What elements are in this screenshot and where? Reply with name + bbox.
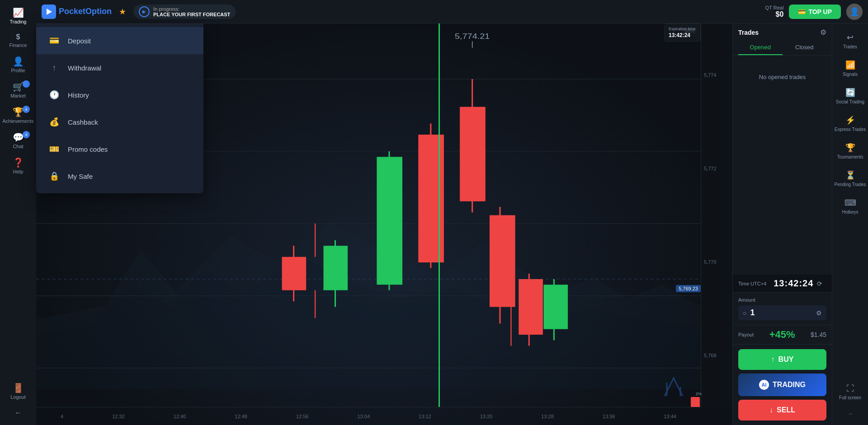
trading-right-panel: Trades ⚙ Opened Closed No opened trades … xyxy=(732,23,832,425)
watermark-logo xyxy=(660,374,687,402)
right-sidebar-item-fullscreen[interactable]: ⛶ Full screen xyxy=(832,378,868,406)
topbar-right: QT Real $0 💳 TOP UP 👤 xyxy=(765,4,863,20)
right-sidebar-item-trades[interactable]: ↩ Trades xyxy=(832,27,868,55)
right-sidebar-arrow[interactable]: → xyxy=(832,406,868,421)
right-sidebar-item-hotkeys[interactable]: ⌨ Hotkeys xyxy=(832,192,868,220)
trades-title: Trades xyxy=(738,29,759,36)
right-sidebar-label-trades: Trades xyxy=(843,44,857,49)
amount-label: Amount xyxy=(738,297,826,303)
balance-amount: $0 xyxy=(776,10,784,19)
x-label-2: 12:40 xyxy=(174,414,186,419)
svg-rect-16 xyxy=(418,135,444,262)
right-sidebar-label-pending: Pending Trades xyxy=(834,182,866,187)
expiry-panel: Expiration time 13:42:24 xyxy=(665,23,701,42)
svg-rect-10 xyxy=(282,257,307,290)
time-display: 13:42:24 xyxy=(774,278,813,289)
current-price-label: 5,769.23 xyxy=(676,285,701,292)
svg-rect-18 xyxy=(460,107,486,201)
svg-rect-22 xyxy=(519,279,543,335)
sell-arrow-icon: ↓ xyxy=(769,406,773,414)
ai-trading-button[interactable]: AI TRADING xyxy=(738,374,826,396)
trade-buttons: ↑ BUY AI TRADING ↓ SELL xyxy=(733,345,832,425)
topup-button[interactable]: 💳 TOP UP xyxy=(789,5,841,19)
dropdown-item-promo[interactable]: 🎫 Promo codes xyxy=(36,135,203,163)
trades-header: Trades ⚙ Opened Closed xyxy=(733,23,832,56)
chat-icon: 💬 xyxy=(13,133,24,142)
deposit-label: Deposit xyxy=(68,37,91,45)
right-sidebar-label-signals: Signals xyxy=(843,72,858,77)
dropdown-item-deposit[interactable]: 💳 Deposit xyxy=(36,27,203,54)
sidebar-label-help: Help xyxy=(13,169,24,174)
x-axis: 4 12:32 12:40 12:48 12:56 13:04 13:12 13… xyxy=(36,407,701,425)
buy-button[interactable]: ↑ BUY xyxy=(738,349,826,370)
dropdown-item-cashback[interactable]: 💰 Cashback xyxy=(36,108,203,135)
arrow-right-icon: → xyxy=(848,411,853,416)
trades-title-row: Trades ⚙ xyxy=(738,23,826,37)
favorite-button[interactable]: ★ xyxy=(119,7,126,17)
svg-rect-14 xyxy=(377,157,402,285)
x-label-5: 13:04 xyxy=(358,414,370,419)
sidebar-item-finance[interactable]: $ Finance xyxy=(0,29,36,52)
x-label-6: 13:12 xyxy=(419,414,431,419)
dropdown-item-history[interactable]: 🕐 History xyxy=(36,81,203,108)
chart-progress-bar xyxy=(691,397,700,407)
withdrawal-icon: ↑ xyxy=(47,61,61,75)
right-sidebar-item-pending[interactable]: ⏳ Pending Trades xyxy=(832,165,868,192)
svg-text:5,774.21: 5,774.21 xyxy=(455,33,490,41)
topup-icon: 💳 xyxy=(798,8,806,15)
tournaments-icon: 🏆 xyxy=(845,143,855,153)
amount-input[interactable]: ○ 1 ⚙ xyxy=(738,305,826,320)
sidebar-item-chat[interactable]: 💬 Chat 4 xyxy=(0,128,36,154)
help-icon: ❓ xyxy=(13,158,24,167)
payout-row: Payout +45% $1.45 xyxy=(733,325,832,345)
progress-badge: ▶ In progress: PLACE YOUR FIRST FORECAST xyxy=(133,5,236,19)
cashback-label: Cashback xyxy=(68,118,98,126)
progress-icon: ▶ xyxy=(139,6,150,17)
avatar[interactable]: 👤 xyxy=(846,4,863,20)
tab-opened[interactable]: Opened xyxy=(738,40,783,55)
price-value: 5,769.23 xyxy=(679,286,698,291)
sidebar-item-arrow-left[interactable]: ← xyxy=(0,404,36,421)
x-label-8: 13:28 xyxy=(541,414,554,419)
logo-text: PocketOption xyxy=(59,7,112,16)
y-label-3: 5,770 xyxy=(704,259,717,265)
trading-icon: 📈 xyxy=(13,8,24,17)
dropdown-item-withdrawal[interactable]: ↑ Withdrawal xyxy=(36,54,203,81)
tab-closed[interactable]: Closed xyxy=(783,40,827,55)
time-refresh-icon[interactable]: ⟳ xyxy=(817,280,822,287)
sidebar-item-market[interactable]: 🛒 Market xyxy=(0,78,36,103)
sidebar-item-achievements[interactable]: 🏆 Achievements 4 xyxy=(0,103,36,128)
payout-pct: +45% xyxy=(769,329,795,341)
finance-dropdown: 💳 Deposit ↑ Withdrawal 🕐 History 💰 Cashb… xyxy=(36,23,203,193)
right-sidebar-label-tournaments: Tournaments xyxy=(837,154,863,159)
left-sidebar: 📈 Trading $ Finance 👤 Profile 🛒 Market 🏆… xyxy=(0,0,36,425)
sidebar-item-logout[interactable]: 🚪 Logout xyxy=(0,379,36,404)
dropdown-item-mysafe[interactable]: 🔒 My Safe xyxy=(36,163,203,190)
logout-icon: 🚪 xyxy=(13,383,24,392)
y-axis: 5,774 5,772 5,770 5,768 xyxy=(701,23,732,407)
right-sidebar-label-express: Express Trades xyxy=(835,127,866,132)
sidebar-item-profile[interactable]: 👤 Profile xyxy=(0,52,36,78)
x-label-1: 12:32 xyxy=(112,414,125,419)
right-sidebar-item-express[interactable]: ⚡ Express Trades xyxy=(832,110,868,137)
payout-label: Payout xyxy=(738,332,754,337)
sell-button[interactable]: ↓ SELL xyxy=(738,400,826,420)
y-label-4: 5,768 xyxy=(704,353,717,358)
logo-pocket: Pocket xyxy=(59,7,85,16)
right-sidebar-item-tournaments[interactable]: 🏆 Tournaments xyxy=(832,137,868,165)
right-sidebar-item-signals[interactable]: 📶 Signals xyxy=(832,55,868,82)
ai-trading-label: TRADING xyxy=(773,381,806,389)
withdrawal-label: Withdrawal xyxy=(68,64,101,72)
sidebar-item-trading[interactable]: 📈 Trading xyxy=(0,4,36,29)
trades-settings-icon[interactable]: ⚙ xyxy=(820,28,826,37)
avatar-icon: 👤 xyxy=(849,7,859,17)
topbar: PocketOption ★ ▶ In progress: PLACE YOUR… xyxy=(36,0,868,23)
achievements-icon: 🏆 xyxy=(13,107,24,117)
amount-settings-icon[interactable]: ⚙ xyxy=(816,309,822,317)
x-label-7: 13:20 xyxy=(480,414,493,419)
expiry-time: 13:42:24 xyxy=(669,32,697,38)
right-sidebar-item-social[interactable]: 🔄 Social Trading xyxy=(832,82,868,110)
pending-trades-icon: ⏳ xyxy=(845,170,855,180)
sidebar-item-help[interactable]: ❓ Help xyxy=(0,154,36,179)
sidebar-label-chat: Chat xyxy=(13,144,23,149)
